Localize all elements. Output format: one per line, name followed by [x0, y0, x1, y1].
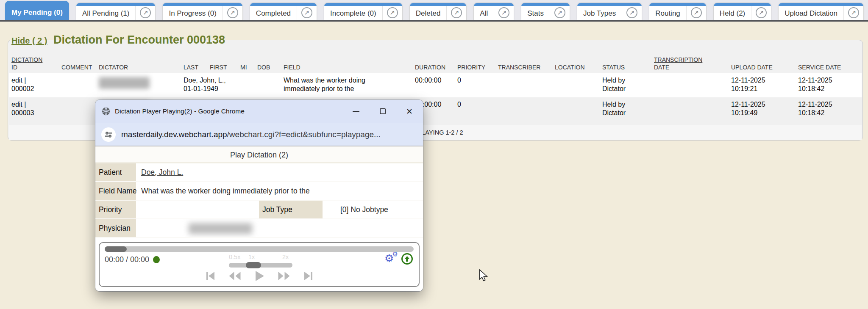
- window-title: Dictation Player Playing(2) - Google Chr…: [115, 108, 332, 115]
- col-header-mi[interactable]: MI: [238, 47, 255, 73]
- tab-popout[interactable]: ↗: [751, 3, 771, 20]
- col-header-service-date[interactable]: SERVICE DATE: [796, 47, 862, 73]
- popout-arrow-icon: ↗: [554, 7, 565, 18]
- col-header-transcriber[interactable]: TRANSCRIBER: [495, 47, 552, 73]
- job-type-value[interactable]: [0] No Jobtype: [323, 201, 423, 218]
- seek-thumb[interactable]: [105, 246, 127, 252]
- patient-label: Patient: [95, 163, 136, 181]
- tab-label: In Progress (0): [163, 3, 222, 20]
- tab-popout[interactable]: ↗: [622, 3, 642, 20]
- popout-arrow-icon: ↗: [498, 7, 509, 18]
- tab-deleted[interactable]: Deleted ↗: [409, 3, 467, 20]
- cell-comment: [59, 97, 96, 125]
- col-header-priority[interactable]: PRIORITY: [455, 47, 495, 73]
- cell-status: Held by Dictator: [600, 73, 651, 97]
- cell-dictation-id[interactable]: edit | 000003: [9, 97, 59, 125]
- cell-transcription-date: [651, 97, 729, 125]
- address-bar[interactable]: masterdaily.dev.webchart.app/webchart.cg…: [95, 123, 423, 146]
- maximize-button[interactable]: [380, 108, 386, 114]
- popout-arrow-icon: ↗: [140, 7, 151, 18]
- speed-slider-thumb[interactable]: [246, 262, 261, 268]
- tab-popout[interactable]: ↗: [382, 3, 402, 20]
- seek-bar[interactable]: [105, 246, 414, 252]
- tab-popout[interactable]: ↗: [686, 3, 706, 20]
- patient-link[interactable]: Doe, John L.: [141, 168, 183, 177]
- physician-row: Physician: [95, 219, 423, 238]
- tab-label: Completed: [250, 3, 297, 20]
- play-dictation-heading: Play Dictation (2): [95, 146, 423, 163]
- tab-held[interactable]: Held (2) ↗: [713, 3, 771, 20]
- transport-controls: [100, 270, 419, 282]
- page-title: Dictation For Encounter 000138: [49, 33, 225, 46]
- tab-stats[interactable]: Stats ↗: [521, 3, 570, 20]
- tab-label: Stats: [521, 3, 550, 20]
- site-settings-icon[interactable]: [101, 127, 116, 142]
- skip-to-start-button[interactable]: [205, 270, 216, 281]
- popout-arrow-icon: ↗: [451, 7, 462, 18]
- settings-gears-icon[interactable]: ⚙⚙: [384, 252, 397, 265]
- speed-slider[interactable]: [229, 263, 292, 268]
- upload-arrow-icon[interactable]: [401, 253, 413, 265]
- skip-to-end-button[interactable]: [303, 270, 314, 281]
- tab-in-progress[interactable]: In Progress (0) ↗: [162, 3, 242, 20]
- col-header-comment[interactable]: COMMENT: [59, 47, 96, 73]
- dictation-player-window: Dictation Player Playing(2) - Google Chr…: [95, 100, 423, 291]
- tab-my-pending[interactable]: My Pending (0): [5, 1, 69, 20]
- cell-location: [552, 97, 600, 125]
- tab-job-types[interactable]: Job Types ↗: [577, 3, 642, 20]
- tab-popout[interactable]: ↗: [446, 3, 466, 20]
- tab-popout[interactable]: ↗: [550, 3, 570, 20]
- playback-time: 00:00 / 00:00: [105, 255, 160, 264]
- cell-dictator: [96, 73, 181, 97]
- cell-service-date: 12-11-2025 10:18:42: [796, 97, 862, 125]
- cell-priority: 0: [455, 73, 495, 97]
- tab-incomplete[interactable]: Incomplete (0) ↗: [324, 3, 403, 20]
- tab-completed[interactable]: Completed ↗: [250, 3, 317, 20]
- tab-popout[interactable]: ↗: [135, 3, 155, 20]
- tab-routing[interactable]: Routing ↗: [649, 3, 707, 20]
- col-header-last[interactable]: LAST: [181, 47, 207, 73]
- physician-label: Physician: [95, 219, 136, 237]
- col-header-status[interactable]: STATUS: [600, 47, 651, 73]
- cell-dictation-id[interactable]: edit | 000002: [9, 73, 59, 97]
- popout-arrow-icon: ↗: [848, 7, 859, 18]
- cell-transcriber: [495, 97, 552, 125]
- window-titlebar[interactable]: Dictation Player Playing(2) - Google Chr…: [95, 100, 423, 123]
- col-header-transcription-date[interactable]: TRANSCRIPTION DATE: [651, 47, 729, 73]
- minimize-button[interactable]: [353, 111, 359, 112]
- play-button[interactable]: [254, 270, 265, 282]
- close-icon[interactable]: ✕: [406, 108, 413, 116]
- col-header-dictator[interactable]: DICTATOR: [96, 47, 181, 73]
- tab-bar: My Pending (0) All Pending (1) ↗ In Prog…: [0, 0, 868, 22]
- col-header-dictation-id[interactable]: DICTATION ID: [9, 47, 59, 73]
- popout-arrow-icon: ↗: [756, 7, 767, 18]
- tab-label: Upload Dictation: [779, 3, 843, 20]
- tab-label: All Pending (1): [76, 3, 136, 20]
- col-header-duration[interactable]: DURATION: [412, 47, 455, 73]
- col-header-field[interactable]: FIELD: [281, 47, 412, 73]
- fast-forward-button[interactable]: [278, 270, 290, 281]
- patient-row: Patient Doe, John L.: [95, 163, 423, 182]
- col-header-first[interactable]: FIRST: [207, 47, 238, 73]
- cell-comment: [59, 73, 96, 97]
- tab-popout[interactable]: ↗: [297, 3, 317, 20]
- tab-all[interactable]: All ↗: [473, 3, 514, 20]
- tab-upload-dictation[interactable]: Upload Dictation ↗: [778, 3, 864, 20]
- tab-label: Held (2): [714, 3, 751, 20]
- tab-popout[interactable]: ↗: [843, 3, 863, 20]
- priority-value[interactable]: [136, 201, 259, 218]
- tab-label: Deleted: [410, 3, 447, 20]
- col-header-location[interactable]: LOCATION: [552, 47, 600, 73]
- col-header-upload-date[interactable]: UPLOAD DATE: [729, 47, 796, 73]
- tab-label: Routing: [649, 3, 686, 20]
- tab-popout[interactable]: ↗: [494, 3, 514, 20]
- cell-upload-date: 12-11-2025 10:19:49: [729, 97, 796, 125]
- tab-popout[interactable]: ↗: [223, 3, 242, 20]
- hide-link[interactable]: Hide ( 2 ): [11, 36, 47, 45]
- tab-all-pending[interactable]: All Pending (1) ↗: [76, 3, 156, 20]
- popout-arrow-icon: ↗: [691, 7, 702, 18]
- url-text[interactable]: masterdaily.dev.webchart.app/webchart.cg…: [121, 130, 381, 139]
- popout-arrow-icon: ↗: [227, 7, 238, 18]
- rewind-button[interactable]: [228, 270, 241, 281]
- col-header-dob[interactable]: DOB: [255, 47, 281, 73]
